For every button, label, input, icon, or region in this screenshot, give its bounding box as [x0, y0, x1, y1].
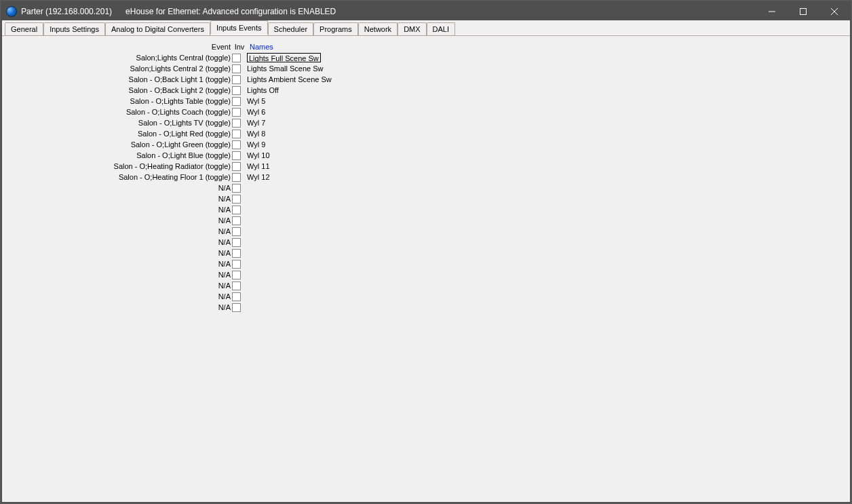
input-event-row: Salon;Lights Central 2 (toggle)Lights Sm… [2, 63, 332, 74]
inv-checkbox[interactable] [232, 249, 241, 258]
header-event: Event [2, 43, 232, 51]
event-label[interactable]: Salon - O;Back Light 1 (toggle) [2, 75, 232, 83]
name-label[interactable]: Wyl 10 [247, 151, 270, 159]
inv-checkbox[interactable] [232, 282, 241, 290]
tab-network[interactable]: Network [358, 22, 398, 35]
inv-cell [232, 271, 244, 279]
inv-checkbox[interactable] [232, 108, 241, 117]
input-event-row: N/A [2, 182, 332, 193]
tab-dali[interactable]: DALI [427, 22, 455, 35]
inv-cell [232, 162, 244, 171]
name-label[interactable]: Wyl 12 [247, 173, 270, 181]
inv-checkbox[interactable] [232, 173, 241, 182]
event-label[interactable]: Salon - O;Heating Radiator (toggle) [2, 162, 232, 170]
event-label[interactable]: N/A [2, 227, 232, 235]
event-label[interactable]: Salon - O;Light Red (toggle) [2, 130, 232, 138]
event-label[interactable]: Salon - O;Heating Floor 1 (toggle) [2, 173, 232, 181]
inv-checkbox[interactable] [232, 162, 241, 171]
name-label[interactable]: Lights Off [247, 86, 279, 94]
name-label[interactable]: Wyl 6 [247, 108, 265, 116]
name-cell: Wyl 6 [244, 108, 265, 116]
name-cell: Wyl 12 [244, 173, 270, 181]
input-event-row: N/A [2, 193, 332, 204]
inv-checkbox[interactable] [232, 54, 241, 62]
name-label[interactable]: Wyl 11 [247, 162, 270, 170]
tab-scheduler[interactable]: Scheduler [268, 22, 314, 35]
header-names-link[interactable]: Names [247, 43, 273, 51]
name-label[interactable]: Lights Ambient Scene Sw [247, 75, 332, 83]
inv-checkbox[interactable] [232, 206, 241, 214]
tab-general[interactable]: General [5, 22, 43, 35]
inv-checkbox[interactable] [232, 97, 241, 106]
name-label[interactable]: Wyl 8 [247, 130, 265, 138]
close-button[interactable] [819, 2, 850, 20]
tab-inputs-settings[interactable]: Inputs Settings [43, 22, 105, 35]
inv-cell [232, 108, 244, 117]
inv-checkbox[interactable] [232, 303, 241, 312]
event-label[interactable]: N/A [2, 260, 232, 268]
name-input[interactable]: Lights Full Scene Sw [247, 53, 321, 62]
window-title: Parter (192.168.000.201) eHouse for Ethe… [21, 7, 336, 16]
inv-checkbox[interactable] [232, 184, 241, 193]
inv-checkbox[interactable] [232, 86, 241, 95]
event-label[interactable]: Salon;Lights Central (toggle) [2, 54, 232, 62]
inv-checkbox[interactable] [232, 238, 241, 247]
inv-cell [232, 216, 244, 225]
event-label[interactable]: Salon - O;Light Green (toggle) [2, 140, 232, 149]
event-label[interactable]: N/A [2, 216, 232, 225]
titlebar[interactable]: Parter (192.168.000.201) eHouse for Ethe… [2, 2, 850, 20]
tab-analog-to-digital-converters[interactable]: Analog to Digital Converters [105, 22, 210, 35]
inv-checkbox[interactable] [232, 119, 241, 128]
inv-cell [232, 75, 244, 84]
name-label[interactable]: Lights Small Scene Sw [247, 64, 324, 73]
inv-checkbox[interactable] [232, 130, 241, 138]
event-label[interactable]: Salon;Lights Central 2 (toggle) [2, 64, 232, 73]
name-cell: Lights Ambient Scene Sw [244, 75, 332, 83]
event-label[interactable]: N/A [2, 206, 232, 214]
input-event-row: N/A [2, 204, 332, 215]
tab-inputs-events[interactable]: Inputs Events [210, 20, 268, 35]
event-label[interactable]: N/A [2, 303, 232, 311]
input-event-row: N/A [2, 248, 332, 258]
event-label[interactable]: N/A [2, 282, 232, 290]
inv-checkbox[interactable] [232, 140, 241, 149]
inv-checkbox[interactable] [232, 260, 241, 269]
inv-checkbox[interactable] [232, 64, 241, 73]
minimize-button[interactable] [756, 2, 788, 20]
maximize-icon [800, 8, 807, 15]
inv-cell [232, 97, 244, 106]
event-label[interactable]: N/A [2, 249, 232, 257]
inv-checkbox[interactable] [232, 227, 241, 236]
inv-cell [232, 119, 244, 128]
inputs-events-grid: Event Inv Names Salon;Lights Central (to… [2, 41, 332, 313]
inv-checkbox[interactable] [232, 195, 241, 203]
inv-cell [232, 260, 244, 269]
event-label[interactable]: Salon - O;Lights Coach (toggle) [2, 108, 232, 116]
inv-checkbox[interactable] [232, 151, 241, 160]
tab-programs[interactable]: Programs [313, 22, 358, 35]
name-label[interactable]: Wyl 7 [247, 119, 265, 127]
inv-checkbox[interactable] [232, 216, 241, 225]
event-label[interactable]: N/A [2, 292, 232, 301]
event-label[interactable]: Salon - O;Back Light 2 (toggle) [2, 86, 232, 94]
maximize-button[interactable] [788, 2, 819, 20]
inv-cell [232, 227, 244, 236]
name-label[interactable]: Wyl 5 [247, 97, 265, 105]
input-event-row: Salon - O;Light Red (toggle)Wyl 8 [2, 128, 332, 139]
event-label[interactable]: Salon - O;Lights TV (toggle) [2, 119, 232, 127]
inv-checkbox[interactable] [232, 292, 241, 301]
event-label[interactable]: N/A [2, 195, 232, 203]
inv-cell [232, 238, 244, 247]
inv-checkbox[interactable] [232, 75, 241, 84]
event-label[interactable]: N/A [2, 271, 232, 279]
event-label[interactable]: Salon - O;Light Blue (toggle) [2, 151, 232, 159]
name-label[interactable]: Wyl 9 [247, 140, 265, 149]
event-label[interactable]: N/A [2, 238, 232, 246]
event-label[interactable]: Salon - O;Lights Table (toggle) [2, 97, 232, 105]
tab-dmx[interactable]: DMX [398, 22, 426, 35]
inv-checkbox[interactable] [232, 271, 241, 279]
event-label[interactable]: N/A [2, 184, 232, 192]
inv-cell [232, 206, 244, 214]
input-event-row: N/A [2, 237, 332, 248]
input-event-row: N/A [2, 258, 332, 269]
